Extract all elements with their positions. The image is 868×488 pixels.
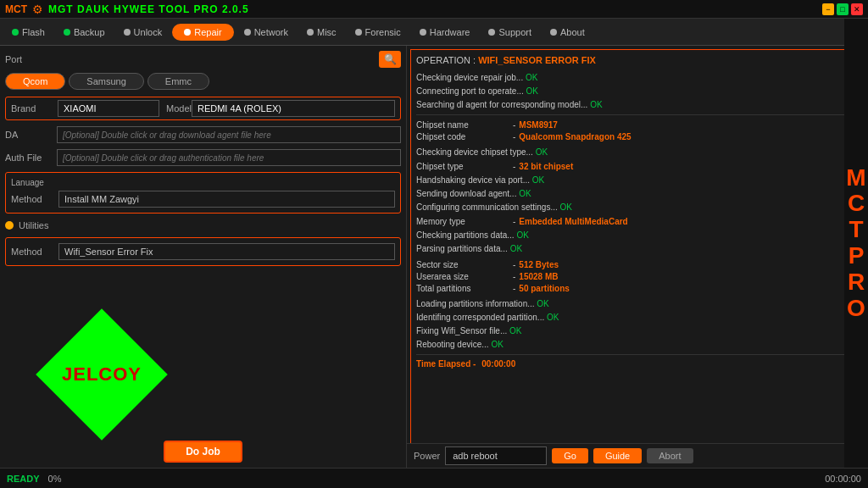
tab-qcom[interactable]: Qcom bbox=[5, 73, 65, 90]
chipset-type-row: Chipset type - 32 bit chipset bbox=[416, 162, 859, 171]
nav-about[interactable]: About bbox=[542, 24, 593, 41]
model-label: Model bbox=[166, 103, 192, 114]
utilities-dot bbox=[5, 221, 14, 230]
operation-value: WIFI_SENSOR ERROR FIX bbox=[478, 55, 596, 65]
app-title: MGT DAUK HYWEE TOOL PRO 2.0.5 bbox=[48, 3, 249, 15]
tab-samsung[interactable]: Samsung bbox=[69, 73, 143, 90]
right-panel: OPERATION : WIFI_SENSOR ERROR FIX Checki… bbox=[410, 49, 865, 464]
log-search-agent: Searching dl agent for corresponding mod… bbox=[416, 99, 859, 111]
nav-flash[interactable]: Flash bbox=[3, 24, 53, 41]
brand-letter-o: O bbox=[847, 296, 865, 322]
nav-unlock[interactable]: Unlock bbox=[115, 24, 171, 41]
nav-support[interactable]: Support bbox=[480, 24, 540, 41]
status-time: 00:00:00 bbox=[825, 474, 861, 484]
time-elapsed-label: Time Elapsed - bbox=[416, 359, 476, 369]
auth-label: Auth File bbox=[5, 152, 52, 163]
da-input[interactable] bbox=[57, 126, 401, 143]
tab-emmc[interactable]: Emmc bbox=[147, 73, 209, 90]
side-brand: M C T P R O bbox=[844, 19, 868, 468]
log-parse-part: Parsing partitions data... OK bbox=[416, 243, 859, 255]
guide-button[interactable]: Guide bbox=[593, 448, 642, 463]
log-fix: Fixing Wifi_Sensor file... OK bbox=[416, 325, 859, 337]
title-bar: MCT ⚙ MGT DAUK HYWEE TOOL PRO 2.0.5 − □ … bbox=[0, 0, 868, 19]
da-row: DA bbox=[5, 126, 401, 143]
log-check-repair: Checking device repair job... OK bbox=[416, 72, 859, 84]
language-method-row: Method bbox=[11, 191, 395, 208]
nav-misc[interactable]: Misc bbox=[298, 24, 345, 41]
about-dot bbox=[550, 29, 557, 36]
nav-forensic-label: Forensic bbox=[365, 27, 401, 37]
log-check-part: Checking partitions data... OK bbox=[416, 230, 859, 241]
log-load-part: Loading partitions information... OK bbox=[416, 298, 859, 310]
bottom-action-row: Power Go Guide Abort bbox=[407, 443, 844, 468]
status-ready: READY bbox=[7, 474, 40, 484]
power-input[interactable] bbox=[445, 446, 547, 465]
operation-label: OPERATION : bbox=[416, 55, 476, 65]
chipset-name-row: Chipset name - MSM8917 bbox=[416, 120, 859, 130]
sector-size-row: Sector size - 512 Bytes bbox=[416, 260, 859, 269]
nav-misc-label: Misc bbox=[317, 27, 337, 37]
nav-repair-label: Repair bbox=[194, 27, 221, 37]
log-check-chipset: Checking device chipset type... OK bbox=[416, 147, 859, 158]
status-bar: READY 0% 00:00:00 bbox=[0, 468, 868, 488]
log-send-agent: Sending download agent... OK bbox=[416, 188, 859, 200]
nav-flash-label: Flash bbox=[22, 27, 45, 37]
status-progress: 0% bbox=[48, 474, 62, 484]
userarea-size-row: Userarea size - 15028 MB bbox=[416, 272, 859, 281]
nav-network[interactable]: Network bbox=[236, 24, 297, 41]
nav-unlock-label: Unlock bbox=[134, 27, 163, 37]
auth-input[interactable] bbox=[57, 149, 401, 166]
chipset-name-label: Chipset name bbox=[416, 120, 509, 130]
hardware-dot bbox=[420, 29, 426, 36]
chipset-type-label: Chipset type bbox=[416, 162, 509, 171]
minimize-button[interactable]: − bbox=[822, 3, 834, 15]
misc-dot bbox=[307, 29, 314, 36]
abort-button[interactable]: Abort bbox=[647, 448, 693, 463]
search-port-button[interactable]: 🔍 bbox=[379, 51, 401, 68]
language-method-input[interactable] bbox=[58, 191, 395, 208]
brand-letter-r: R bbox=[848, 269, 865, 296]
utilities-method-label: Method bbox=[11, 247, 53, 257]
maximize-button[interactable]: □ bbox=[837, 3, 849, 15]
model-input[interactable] bbox=[192, 100, 395, 117]
nav-forensic[interactable]: Forensic bbox=[347, 24, 409, 41]
brand-letter-m: M bbox=[846, 165, 865, 191]
brand-input[interactable] bbox=[58, 100, 159, 117]
nav-backup[interactable]: Backup bbox=[55, 24, 114, 41]
language-section: Lanuage Method bbox=[5, 172, 401, 214]
userarea-size-label: Userarea size bbox=[416, 272, 509, 281]
support-dot bbox=[488, 29, 495, 36]
chipset-type-value: 32 bit chipset bbox=[519, 162, 573, 171]
do-job-button[interactable]: Do Job bbox=[164, 441, 242, 463]
language-method-label: Method bbox=[11, 194, 53, 204]
main-content: Port 🔍 Qcom Samsung Emmc Brand Model DA … bbox=[0, 46, 868, 468]
close-button[interactable]: ✕ bbox=[851, 3, 863, 15]
nav-support-label: Support bbox=[498, 27, 531, 37]
chipset-info: Chipset name - MSM8917 Chipset code - Qu… bbox=[416, 120, 859, 141]
chipset-code-row: Chipset code - Qualcomm Snapdragon 425 bbox=[416, 132, 859, 141]
log-config: Configuring communication settings... OK bbox=[416, 202, 859, 214]
window-controls: − □ ✕ bbox=[822, 3, 863, 15]
port-tabs: Qcom Samsung Emmc bbox=[5, 73, 401, 90]
flash-dot bbox=[12, 29, 19, 36]
sector-size-value: 512 Bytes bbox=[519, 260, 559, 269]
utilities-label: Utilities bbox=[19, 220, 48, 230]
nav-hardware[interactable]: Hardware bbox=[411, 24, 479, 41]
chipset-name-value: MSM8917 bbox=[519, 120, 558, 130]
logo: MCT bbox=[5, 3, 27, 15]
utilities-method-input[interactable] bbox=[58, 243, 395, 260]
power-label: Power bbox=[414, 451, 440, 461]
port-label: Port bbox=[5, 54, 22, 64]
diamond-shape: JELCOY bbox=[36, 308, 168, 441]
language-title: Lanuage bbox=[11, 178, 395, 187]
log-reboot: Rebooting device... OK bbox=[416, 339, 859, 351]
repair-dot bbox=[184, 29, 191, 36]
nav-repair[interactable]: Repair bbox=[172, 24, 233, 41]
logo-icon: ⚙ bbox=[32, 3, 43, 16]
go-button[interactable]: Go bbox=[552, 448, 588, 463]
chipset-code-value: Qualcomm Snapdragon 425 bbox=[519, 132, 631, 141]
memory-type-value: Embedded MultiMediaCard bbox=[519, 217, 627, 226]
time-elapsed-row: Time Elapsed - 00:00:00 bbox=[416, 358, 859, 370]
port-row: Port 🔍 bbox=[5, 51, 401, 68]
log-identify: Identifing corresponded partition... OK bbox=[416, 312, 859, 324]
